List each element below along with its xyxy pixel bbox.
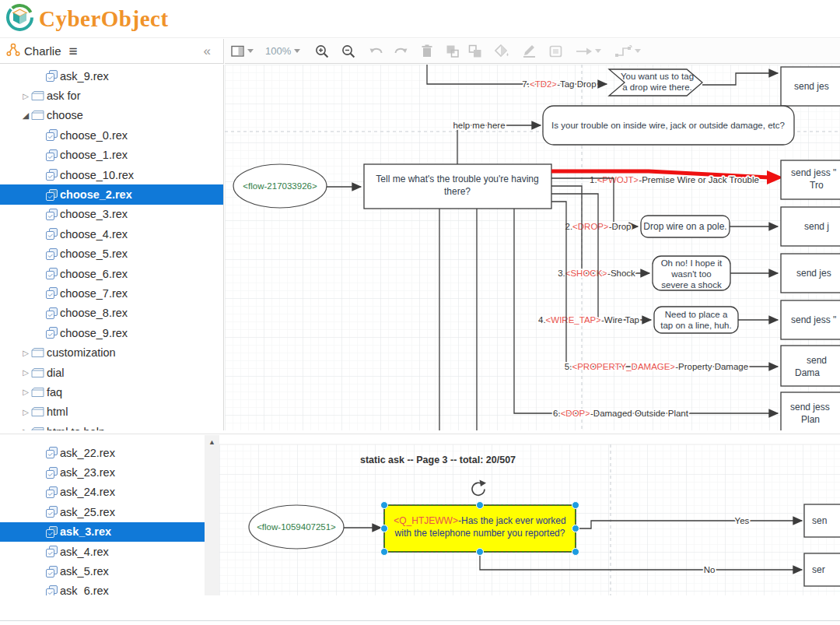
line-color-button[interactable] xyxy=(522,44,537,58)
tree-item[interactable]: ▷faq xyxy=(0,382,223,402)
arrow-style-button[interactable] xyxy=(576,47,601,56)
tree-item[interactable]: choose_4.rex xyxy=(0,224,223,244)
shape-style-button[interactable] xyxy=(549,45,563,58)
expand-arrow-icon[interactable]: ▷ xyxy=(20,388,31,396)
tree-item[interactable]: choose_10.rex xyxy=(0,165,223,184)
hamburger-menu-icon[interactable]: ≡ xyxy=(69,44,78,58)
tree-item[interactable]: choose_3.rex xyxy=(0,205,223,224)
node-send-box-no[interactable]: ser xyxy=(804,553,840,586)
tree-item[interactable]: ▷html to help xyxy=(0,422,223,430)
node-send-box-5[interactable]: send jess " xyxy=(781,300,840,339)
svg-text:send jess ": send jess " xyxy=(791,167,836,178)
tree-item-label: customization xyxy=(47,346,116,359)
tree-item-selected[interactable]: ask_3.rex xyxy=(0,522,205,542)
sidebar-collapse-icon[interactable]: « xyxy=(204,44,217,59)
file-tree-bottom: ask_22.rex ask_23.rex ask_24.rex ask_25.… xyxy=(0,435,205,595)
rex-file-icon xyxy=(46,228,58,240)
expand-arrow-icon[interactable]: ▷ xyxy=(20,349,31,357)
expand-arrow-icon[interactable]: ▷ xyxy=(20,92,31,100)
tree-item[interactable]: ▷dial xyxy=(0,363,223,382)
delete-button[interactable] xyxy=(421,44,433,58)
rex-file-icon xyxy=(46,447,58,458)
node-send-box-4[interactable]: send jes xyxy=(781,254,840,293)
tree-scrollbar[interactable]: ▲ xyxy=(205,435,219,595)
chevron-down-icon xyxy=(294,49,300,53)
rex-file-icon xyxy=(46,149,58,161)
tree-item[interactable]: ask_22.rex xyxy=(0,443,205,462)
tree-item[interactable]: ask_6.rex xyxy=(0,581,205,595)
scroll-up-icon[interactable]: ▲ xyxy=(205,435,219,449)
zoom-level-select[interactable]: 100% xyxy=(262,45,300,57)
node-send-box-2[interactable]: send jess " Tro xyxy=(781,160,840,199)
node-flow-ellipse[interactable]: <flow-217033926> xyxy=(233,164,327,208)
svg-text:sen: sen xyxy=(812,515,827,526)
tree-item[interactable]: choose_1.rex xyxy=(0,146,223,165)
undo-button[interactable] xyxy=(369,45,384,58)
svg-text:Tell me what's the trouble you: Tell me what's the trouble you're having xyxy=(376,174,538,184)
rex-file-icon xyxy=(46,169,58,181)
node-send-box-6[interactable]: send Dama xyxy=(781,346,840,386)
svg-text:1.<PWOJT>-Premise Wire or Jack: 1.<PWOJT>-Premise Wire or Jack Trouble xyxy=(590,175,759,184)
svg-text:<Q_HTJEWW>-Has the jack ever w: <Q_HTJEWW>-Has the jack ever worked xyxy=(394,515,565,526)
zoom-in-button[interactable] xyxy=(315,44,330,58)
to-front-button[interactable] xyxy=(446,44,460,58)
rex-file-icon xyxy=(46,566,58,578)
expand-arrow-icon[interactable]: ▷ xyxy=(20,408,31,416)
expand-arrow-icon[interactable]: ▷ xyxy=(20,368,31,377)
svg-text:with the telephone number you: with the telephone number you reported? xyxy=(394,528,565,539)
svg-text:Need to place a: Need to place a xyxy=(665,310,728,319)
node-send-box-1[interactable]: send jes xyxy=(781,67,840,106)
page-view-button[interactable] xyxy=(231,45,254,58)
tree-item[interactable]: ▷ask for xyxy=(0,86,223,105)
tree-item[interactable]: ask_25.rex xyxy=(0,502,205,521)
node-question-box-selected[interactable]: <Q_HTJEWW>-Has the jack ever worked with… xyxy=(381,502,579,556)
user-name: Charlie xyxy=(24,44,61,58)
tree-item[interactable]: choose_5.rex xyxy=(0,244,223,264)
svg-text:send j: send j xyxy=(804,221,829,232)
tree-item[interactable]: ◢choose xyxy=(0,106,223,125)
tree-item-selected[interactable]: choose_2.rex xyxy=(0,184,223,204)
footer-divider xyxy=(0,620,840,621)
tree-item[interactable]: ask_5.rex xyxy=(0,561,205,581)
tree-item[interactable]: ask_4.rex xyxy=(0,542,205,561)
tree-item-label: ask_24.rex xyxy=(60,486,115,498)
node-send-box-yes[interactable]: sen xyxy=(804,504,840,537)
connector-style-button[interactable] xyxy=(615,45,641,58)
tree-item[interactable]: ▷customization xyxy=(0,342,223,362)
page-title: static ask -- Page 3 -- total: 20/507 xyxy=(360,455,516,465)
svg-text:wasn't too: wasn't too xyxy=(670,269,711,279)
node-drop-box[interactable]: Drop wire on a pole. xyxy=(641,216,730,237)
tree-item[interactable]: choose_8.rex xyxy=(0,304,223,323)
tree-item-label: ask_4.rex xyxy=(60,546,109,558)
node-send-box-7[interactable]: send jess Plan xyxy=(781,392,840,430)
zoom-out-button[interactable] xyxy=(341,44,356,58)
diagram-canvas-top[interactable]: 7.<TD2>-Tag Drop You want us to tag a dr… xyxy=(225,65,840,430)
expand-arrow-icon[interactable]: ▷ xyxy=(20,427,31,430)
tree-item-label: choose_6.rex xyxy=(60,268,128,280)
tree-item[interactable]: ask_24.rex xyxy=(0,483,205,502)
file-tree: ask_9.rex ▷ask for ◢choose choose_0.rex … xyxy=(0,65,224,430)
node-tag-chevron[interactable]: You want us to tag a drop wire there. xyxy=(609,69,702,96)
node-flow-ellipse-bottom[interactable]: <flow-1059407251> xyxy=(249,505,344,549)
collapse-arrow-icon[interactable]: ◢ xyxy=(20,111,31,121)
tree-item[interactable]: ask_9.rex xyxy=(0,66,223,86)
tree-item-label: choose_8.rex xyxy=(60,307,128,319)
fill-color-button[interactable] xyxy=(495,44,509,58)
node-inside-wire-box[interactable]: Is your trouble on inside wire, jack or … xyxy=(543,106,794,145)
to-back-button[interactable] xyxy=(468,44,482,58)
node-send-box-3[interactable]: send j xyxy=(781,207,840,246)
svg-text:6.<DOP>-Damaged Outside Plant: 6.<DOP>-Damaged Outside Plant xyxy=(553,409,689,418)
tree-item[interactable]: choose_9.rex xyxy=(0,323,223,342)
tree-item-label: ask_5.rex xyxy=(60,565,109,578)
tree-item[interactable]: choose_7.rex xyxy=(0,283,223,303)
tree-item[interactable]: choose_0.rex xyxy=(0,125,223,145)
tree-item[interactable]: choose_6.rex xyxy=(0,264,223,283)
redo-button[interactable] xyxy=(393,45,408,58)
tree-item[interactable]: ▷html xyxy=(0,402,223,422)
diagram-canvas-bottom[interactable]: static ask -- Page 3 -- total: 20/507 <f… xyxy=(219,435,840,595)
svg-text:Drop wire on a pole.: Drop wire on a pole. xyxy=(643,221,726,232)
node-wire-tap-box[interactable]: Need to place a tap on a line, huh. xyxy=(654,307,738,333)
tree-item[interactable]: ask_23.rex xyxy=(0,462,205,482)
node-shock-box[interactable]: Oh no! I hope it wasn't too severe a sho… xyxy=(653,256,730,290)
node-main-question-box[interactable]: Tell me what's the trouble you're having… xyxy=(364,164,551,209)
